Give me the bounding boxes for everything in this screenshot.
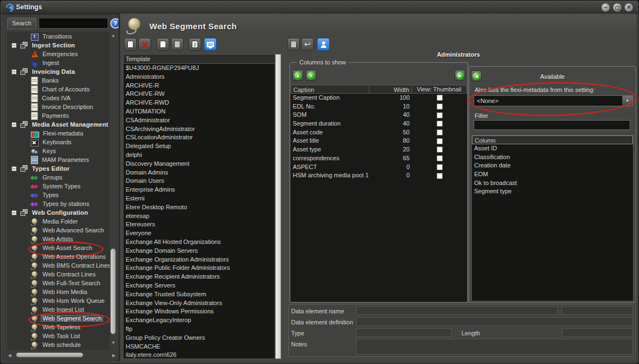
delete-button[interactable] xyxy=(138,38,151,51)
expander-collapse-icon[interactable] xyxy=(12,166,17,171)
chevron-down-icon[interactable] xyxy=(622,96,632,106)
template-item[interactable]: Domain Users xyxy=(123,177,275,186)
thumbnail-checkbox[interactable] xyxy=(437,173,443,179)
tree-item-types-editor[interactable]: Types Editor xyxy=(7,164,110,173)
expander-collapse-icon[interactable] xyxy=(12,69,17,74)
user-mode-button[interactable] xyxy=(317,38,330,51)
tree-item-ingest[interactable]: Ingest xyxy=(7,58,110,67)
tree-item-web-ingest-list[interactable]: Web Ingest List xyxy=(7,305,110,314)
template-item[interactable]: Exchange Organization Administrators xyxy=(123,256,275,264)
template-item[interactable]: Everyone xyxy=(123,229,275,238)
move-down-button[interactable] xyxy=(305,70,316,81)
scroll-right-icon[interactable]: ▶ xyxy=(111,353,117,358)
data-element-definition-input[interactable] xyxy=(356,317,633,326)
search-label[interactable]: Search xyxy=(7,18,36,29)
template-item[interactable]: delphi xyxy=(123,151,275,160)
length-input[interactable] xyxy=(562,328,633,337)
thumbnail-checkbox[interactable] xyxy=(437,95,443,101)
expander-collapse-icon[interactable] xyxy=(12,122,17,127)
table-row[interactable]: ASPECT0 xyxy=(291,163,467,172)
table-row[interactable]: EDL No.10 xyxy=(291,102,467,111)
tree-item-invoicing-data[interactable]: Invoicing Data xyxy=(7,67,110,76)
available-column-item[interactable]: Asset ID xyxy=(472,144,633,153)
tree-item-payments[interactable]: Payments xyxy=(7,111,110,120)
available-column-item[interactable]: Segment type xyxy=(472,187,633,196)
tree-item-mam-parameters[interactable]: MAM Parameters xyxy=(7,155,110,164)
scroll-left-icon[interactable]: ◀ xyxy=(7,353,13,358)
table-row[interactable]: correspondences65 xyxy=(291,154,467,163)
tree-item-web-hsm-work-queue[interactable]: Web Hsm Work Queue xyxy=(7,296,110,305)
expander-collapse-icon[interactable] xyxy=(12,43,17,48)
template-item[interactable]: Exchange Trusted Subsystem xyxy=(123,290,275,299)
template-item[interactable]: Domain Admins xyxy=(123,169,275,177)
table-row[interactable]: SOM40 xyxy=(291,111,467,119)
tree-item-web-asset-search[interactable]: Web Asset Search xyxy=(7,243,110,252)
available-column-item[interactable]: Creation date xyxy=(472,161,633,170)
tree-item-web-schedule[interactable]: Web schedule xyxy=(7,340,110,349)
tree-item-keys[interactable]: Keys xyxy=(7,146,110,155)
template-item[interactable]: Exchange Public Folder Administrators xyxy=(123,264,275,273)
template-item[interactable]: AUTOMATION xyxy=(123,107,275,116)
template-list-header[interactable]: Template xyxy=(123,55,275,64)
remove-column-button[interactable] xyxy=(454,70,465,81)
paste-button[interactable] xyxy=(171,38,184,51)
thumbnail-checkbox[interactable] xyxy=(437,138,443,144)
type-input[interactable] xyxy=(356,328,452,337)
scroll-down-icon[interactable]: ▼ xyxy=(110,340,116,345)
move-up-button[interactable] xyxy=(292,70,303,81)
table-row[interactable]: Asset type20 xyxy=(291,145,467,154)
table-row[interactable]: Segment duration40 xyxy=(291,119,467,128)
tree-item-web-task-list[interactable]: Web Task List xyxy=(7,332,110,340)
template-item[interactable]: HSMCACHE xyxy=(123,343,275,351)
search-input[interactable] xyxy=(39,18,108,29)
tree-item-types[interactable]: Types xyxy=(7,191,110,199)
thumbnail-checkbox[interactable] xyxy=(437,104,443,110)
available-column-item[interactable]: EOM xyxy=(472,170,633,179)
tree-item-groups[interactable]: Groups xyxy=(7,173,110,182)
thumbnail-checkbox[interactable] xyxy=(437,121,443,127)
template-item[interactable]: CSLocationAdministrator xyxy=(123,133,275,142)
tree-item-flexi-metadata[interactable]: Flexi-metadata xyxy=(7,129,110,138)
column-header-view-thumbnail[interactable]: View: Thumbnail xyxy=(412,85,467,94)
table-row[interactable]: Segment Caption100 xyxy=(291,94,467,102)
tree-item-web-tapeless[interactable]: Web Tapeless xyxy=(7,323,110,332)
tree-item-invoice-description[interactable]: Invoice Description xyxy=(7,102,110,111)
blank-template-button[interactable] xyxy=(287,38,300,51)
tree-item-transitions[interactable]: Transitions xyxy=(7,32,110,41)
column-list-header[interactable]: Column xyxy=(472,135,633,144)
thumbnail-checkbox[interactable] xyxy=(437,164,443,170)
new-button[interactable] xyxy=(124,38,137,51)
template-item[interactable]: Etereusers xyxy=(123,220,275,229)
tree-scrollbar-thumb[interactable] xyxy=(110,248,116,334)
data-element-name-extra-input[interactable] xyxy=(562,306,633,315)
table-row[interactable]: Asset title80 xyxy=(291,137,467,145)
tree-item-ingest-section[interactable]: Ingest Section xyxy=(7,41,110,50)
tree-item-keyboards[interactable]: Keyboards xyxy=(7,138,110,146)
template-item[interactable]: Exchange View-Only Administrators xyxy=(123,299,275,308)
tree-item-media-folder[interactable]: Media Folder xyxy=(7,217,110,226)
copy-button[interactable] xyxy=(157,38,169,51)
tree-item-web-segment-search[interactable]: Web Segment Search xyxy=(7,314,110,323)
tree-vertical-scrollbar[interactable]: ▲ ▼ xyxy=(110,32,116,350)
template-item[interactable]: ExchangeLegacyInterop xyxy=(123,316,275,325)
refresh-button[interactable]: 2 xyxy=(189,38,201,51)
tree-item-web-bms-contract-lines[interactable]: Web BMS Contract Lines xyxy=(7,261,110,270)
table-row[interactable]: HSM archiving media pool 10 xyxy=(291,171,467,180)
template-item[interactable]: Delegated Setup xyxy=(123,142,275,151)
tree-item-web-full-text-search[interactable]: Web Full-Text Search xyxy=(7,279,110,287)
notes-input[interactable] xyxy=(356,339,633,355)
thumbnail-checkbox[interactable] xyxy=(437,112,443,118)
tree-item-web-advanced-search[interactable]: Web Advanced Search xyxy=(7,226,110,235)
tree-hscrollbar-thumb[interactable] xyxy=(16,352,83,357)
tree-item-chart-of-accounts[interactable]: Chart of Accounts xyxy=(7,85,110,94)
tree-item-system-types[interactable]: System Types xyxy=(7,182,110,191)
template-item[interactable]: italy.etere.com\626 xyxy=(123,351,275,360)
template-item[interactable]: CSAdministrator xyxy=(123,116,275,125)
filter-input[interactable] xyxy=(474,120,630,130)
data-element-name-input[interactable] xyxy=(356,306,558,315)
column-header-width[interactable]: Width xyxy=(369,85,412,94)
template-item[interactable]: CSArchivingAdministrator xyxy=(123,125,275,134)
template-item[interactable]: Esterni xyxy=(123,194,275,203)
template-item[interactable]: eteresap xyxy=(123,212,275,221)
table-row[interactable]: Asset code50 xyxy=(291,128,467,137)
